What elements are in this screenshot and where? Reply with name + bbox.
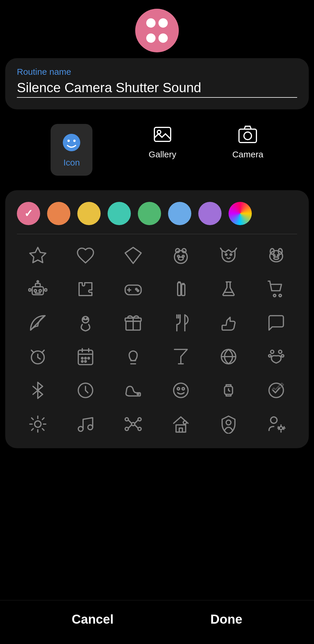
source-option-icon[interactable]: Icon (51, 124, 92, 176)
icon-dog[interactable] (255, 243, 297, 268)
icon-alarm[interactable] (17, 344, 59, 369)
svg-point-91 (271, 417, 277, 423)
svg-point-26 (39, 289, 41, 292)
svg-rect-3 (154, 127, 171, 141)
source-camera-label: Camera (232, 150, 263, 159)
routine-name-input[interactable] (17, 80, 297, 98)
bottom-bar: Cancel Done (0, 600, 314, 644)
icon-utensils[interactable] (160, 310, 202, 335)
svg-point-1 (67, 140, 70, 142)
svg-point-19 (277, 255, 279, 256)
svg-point-52 (81, 361, 83, 362)
svg-point-51 (88, 357, 90, 359)
svg-line-87 (135, 425, 138, 428)
svg-point-35 (279, 294, 281, 297)
svg-point-50 (85, 357, 86, 359)
color-teal[interactable] (108, 202, 131, 225)
icon-robot[interactable] (17, 277, 59, 302)
svg-point-58 (279, 350, 282, 353)
svg-point-0 (63, 134, 80, 151)
icon-puzzle[interactable] (65, 277, 106, 302)
svg-point-63 (174, 383, 188, 398)
icon-star[interactable] (17, 243, 59, 268)
icon-chat[interactable] (255, 310, 297, 335)
svg-point-13 (225, 254, 227, 256)
icon-sun[interactable] (17, 412, 59, 437)
icon-thumbs-up[interactable] (208, 310, 249, 335)
source-selector: Icon Gallery Camera (5, 118, 309, 182)
svg-line-85 (135, 420, 138, 423)
svg-point-34 (273, 294, 276, 297)
svg-line-76 (32, 429, 33, 430)
icon-basketball[interactable] (208, 344, 249, 369)
icon-cart[interactable] (255, 277, 297, 302)
svg-point-20 (274, 257, 279, 259)
icon-dot (158, 33, 168, 43)
icon-watch[interactable] (208, 378, 249, 403)
icon-bluetooth[interactable] (17, 378, 59, 403)
svg-point-90 (226, 420, 231, 425)
icon-flask[interactable] (208, 277, 249, 302)
svg-line-74 (42, 429, 44, 430)
icon-cocktail[interactable] (160, 344, 202, 369)
icon-panel (5, 190, 309, 448)
icon-grid (17, 243, 297, 437)
icon-clock[interactable] (65, 378, 106, 403)
svg-point-6 (244, 132, 251, 140)
svg-point-15 (270, 251, 283, 262)
color-yellow[interactable] (77, 202, 101, 225)
icon-bear[interactable] (160, 243, 202, 268)
icon-home-pet[interactable] (160, 412, 202, 437)
svg-point-89 (183, 421, 186, 424)
svg-rect-32 (178, 283, 181, 296)
icon-leaf[interactable] (17, 310, 59, 335)
svg-line-86 (129, 425, 132, 428)
svg-point-30 (135, 288, 137, 290)
icon-cat[interactable] (208, 243, 249, 268)
icon-diamond[interactable] (112, 243, 154, 268)
icon-calendar[interactable] (65, 344, 106, 369)
icon-music-note[interactable] (65, 412, 106, 437)
icon-lightbulb[interactable] (112, 344, 154, 369)
color-gradient[interactable] (229, 202, 252, 225)
icon-nodes[interactable] (112, 412, 154, 437)
icon-check-done[interactable] (255, 378, 297, 403)
source-option-camera[interactable]: Camera (232, 124, 263, 176)
source-gallery-label: Gallery (149, 150, 176, 159)
icon-gift[interactable] (112, 310, 154, 335)
svg-line-84 (129, 420, 132, 423)
icon-bottles[interactable] (160, 277, 202, 302)
icon-gamepad[interactable] (112, 277, 154, 302)
source-option-gallery[interactable]: Gallery (149, 124, 176, 176)
source-icon-label: Icon (63, 158, 80, 168)
gallery-icon (152, 124, 173, 145)
icon-person-settings[interactable] (255, 412, 297, 437)
icon-heart[interactable] (65, 243, 106, 268)
color-orange[interactable] (47, 202, 70, 225)
color-pink[interactable] (17, 202, 40, 225)
svg-point-77 (78, 426, 83, 431)
camera-icon (237, 124, 258, 145)
svg-point-4 (157, 130, 161, 134)
icon-paw[interactable] (255, 344, 297, 369)
color-green[interactable] (138, 202, 161, 225)
cancel-button[interactable]: Cancel (54, 609, 131, 629)
color-row (17, 202, 297, 225)
svg-point-57 (271, 350, 274, 353)
icon-baby[interactable] (65, 310, 106, 335)
icon-dot (146, 18, 156, 28)
svg-point-24 (44, 289, 47, 291)
icon-shoe[interactable] (112, 378, 154, 403)
icon-dot (146, 33, 156, 43)
svg-point-59 (269, 355, 271, 357)
svg-point-67 (269, 383, 283, 398)
svg-point-2 (73, 140, 76, 142)
routine-name-section: Routine name (5, 58, 309, 109)
done-button[interactable]: Done (193, 609, 260, 629)
icon-shield-user[interactable] (208, 412, 249, 437)
icon-face-outline[interactable] (160, 378, 202, 403)
svg-line-73 (32, 418, 33, 420)
svg-point-31 (137, 290, 139, 292)
color-purple[interactable] (198, 202, 222, 225)
color-blue[interactable] (168, 202, 191, 225)
